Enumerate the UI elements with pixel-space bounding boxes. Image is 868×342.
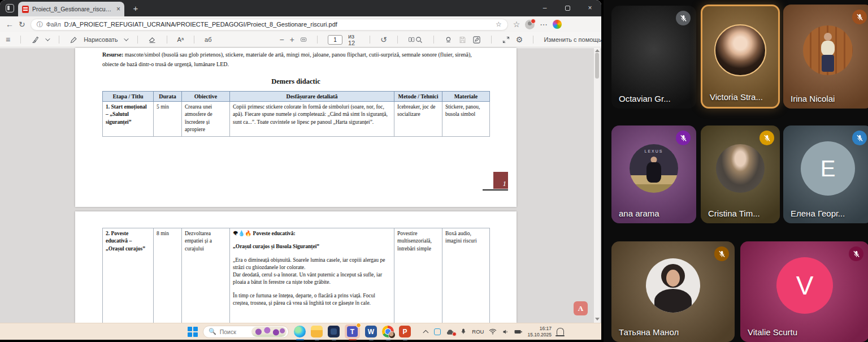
taskbar-edge-icon[interactable]: [294, 326, 306, 337]
mic-muted-icon: [849, 246, 863, 261]
participant-tile[interactable]: Cristina Tim...: [701, 125, 780, 223]
navigation-bar: ← ↻ ⓘ Файл D:/A_PROIECT_REFUGIATI_UCRAIN…: [0, 16, 601, 32]
search-icon[interactable]: [415, 36, 423, 44]
participant-name: Татьяна Манол: [619, 327, 679, 337]
close-button[interactable]: ×: [579, 0, 601, 16]
taskbar-app-icon[interactable]: [328, 326, 340, 337]
search-icon: 🔍: [209, 328, 216, 335]
scrollbar-thumb[interactable]: [595, 53, 599, 79]
taskbar-teams-icon[interactable]: [345, 324, 360, 339]
meeting-panel: Octavian Gr... Victoria Stra... Irina Ni…: [604, 0, 868, 342]
info-icon[interactable]: ⓘ: [37, 20, 43, 29]
zoom-in-icon[interactable]: +: [290, 35, 294, 44]
participant-tile[interactable]: V Vitalie Scurtu: [740, 241, 868, 342]
screenshot-root: Proiect_8_Gestionare_riscuri.pdf × + – ×…: [0, 0, 868, 342]
pdf-scrollbar[interactable]: [594, 48, 600, 323]
participant-initial-avatar: V: [776, 257, 833, 314]
taskbar-chrome-icon[interactable]: [382, 326, 394, 337]
highlighter-caret-icon[interactable]: [45, 36, 50, 41]
tray-clock[interactable]: 16:17 15.10.2025: [527, 326, 552, 337]
ink-icon[interactable]: [472, 36, 481, 44]
scroll-up-arrow[interactable]: [595, 49, 600, 52]
table-header-row: Etapa / Titlu Durata Obiective Desfășura…: [103, 92, 490, 102]
toc-icon[interactable]: ≡: [6, 35, 10, 44]
new-tab-button[interactable]: +: [130, 3, 141, 14]
notification-bell-icon[interactable]: [557, 328, 564, 335]
taskbar-search[interactable]: 🔍: [203, 326, 289, 338]
favorite-star-icon[interactable]: ☆: [496, 20, 502, 28]
onedrive-icon[interactable]: [446, 328, 455, 335]
rotate-icon[interactable]: ↺: [380, 35, 387, 44]
participant-avatar: [714, 24, 766, 76]
taskbar-explorer-icon[interactable]: [311, 326, 323, 337]
mic-muted-icon: [852, 10, 867, 24]
draw-pen-icon[interactable]: [70, 36, 78, 44]
tray-date: 15.10.2025: [527, 332, 552, 338]
address-bar[interactable]: ⓘ Файл D:/A_PROIECT_REFUGIATI_UCRAINA/PR…: [31, 19, 508, 31]
maximize-button[interactable]: [556, 0, 579, 16]
participant-tile[interactable]: Irina Nicolai: [783, 5, 868, 109]
participant-name: Елена Георг...: [791, 209, 845, 218]
favorites-bar-icon[interactable]: ☆: [513, 20, 520, 28]
tab-close-icon[interactable]: ×: [116, 5, 120, 13]
taskbar-powerpoint-icon[interactable]: [399, 326, 411, 337]
settings-gear-icon[interactable]: ⚙: [516, 35, 523, 44]
pdf-viewport[interactable]: Resurse: mascote/simbol (busolă sau glob…: [0, 48, 601, 323]
speaker-icon[interactable]: [502, 328, 509, 335]
resources-paragraph: Resurse: mascote/simbol (busolă sau glob…: [102, 50, 489, 69]
left-display: Proiect_8_Gestionare_riscuri.pdf × + – ×…: [0, 0, 601, 342]
more-menu-icon[interactable]: ⋯: [540, 20, 548, 28]
edit-with-acrobat-button[interactable]: Изменить с помощью Acrobat: [544, 36, 601, 43]
participant-avatar: [716, 144, 765, 193]
participant-name: Vitalie Scurtu: [748, 327, 797, 337]
search-highlight-image[interactable]: [251, 327, 287, 337]
tab-search-icon[interactable]: [6, 4, 14, 12]
fit-width-icon[interactable]: [300, 36, 307, 44]
search-input[interactable]: [220, 328, 248, 335]
pdf-file-icon: [22, 6, 29, 13]
participant-tile[interactable]: Octavian Gr...: [611, 6, 696, 109]
tray-time: 16:17: [527, 326, 552, 332]
mic-muted-icon: [676, 11, 691, 25]
back-icon[interactable]: ←: [6, 20, 14, 28]
eraser-icon[interactable]: [148, 36, 157, 44]
save-icon[interactable]: [458, 36, 467, 44]
participant-name: ana arama: [619, 209, 659, 218]
participant-tile[interactable]: E Елена Георг...: [783, 125, 868, 223]
wifi-icon[interactable]: [489, 328, 497, 335]
read-voice-icon[interactable]: [444, 36, 453, 44]
read-aloud-icon[interactable]: аб: [205, 36, 211, 43]
table-row: 2. Poveste educativă – „Orașul curajos” …: [103, 228, 490, 323]
copilot-icon[interactable]: [553, 20, 562, 29]
profile-avatar[interactable]: [525, 20, 535, 29]
tab-strip: Proiect_8_Gestionare_riscuri.pdf × + – ×: [0, 0, 601, 16]
taskbar-word-icon[interactable]: [365, 326, 377, 337]
refresh-icon[interactable]: ↻: [19, 20, 25, 28]
page-view-icon[interactable]: [408, 36, 415, 44]
highlighter-icon[interactable]: [31, 36, 40, 44]
mic-muted-icon: [714, 246, 729, 261]
participant-name: Cristina Tim...: [708, 209, 760, 218]
tray-snip-icon[interactable]: [434, 328, 441, 335]
minimize-button[interactable]: –: [533, 0, 556, 16]
add-text-icon[interactable]: Aᵃ: [177, 36, 184, 43]
acrobat-floating-button[interactable]: A: [574, 301, 588, 315]
tray-expand-icon[interactable]: [423, 330, 429, 336]
participant-avatar: [803, 25, 853, 75]
draw-label[interactable]: Нарисовать: [84, 36, 118, 43]
scroll-down-arrow[interactable]: [595, 318, 600, 321]
mic-muted-icon: [760, 131, 774, 145]
participant-tile[interactable]: LEXUS ana arama: [611, 125, 696, 223]
zoom-out-icon[interactable]: −: [279, 35, 284, 44]
page-number-input[interactable]: [328, 35, 342, 45]
language-indicator[interactable]: ROU: [472, 328, 484, 335]
start-button[interactable]: [188, 327, 198, 337]
battery-icon[interactable]: [514, 329, 522, 335]
fullscreen-icon[interactable]: [502, 36, 510, 44]
didactic-table-continued: 2. Poveste educativă – „Orașul curajos” …: [102, 228, 490, 323]
tray-mic-icon[interactable]: [460, 328, 467, 335]
browser-tab[interactable]: Proiect_8_Gestionare_riscuri.pdf ×: [18, 2, 124, 16]
participant-tile[interactable]: Татьяна Манол: [611, 241, 735, 342]
participant-tile-speaking[interactable]: Victoria Stra...: [701, 5, 780, 109]
draw-caret-icon[interactable]: [124, 36, 128, 41]
